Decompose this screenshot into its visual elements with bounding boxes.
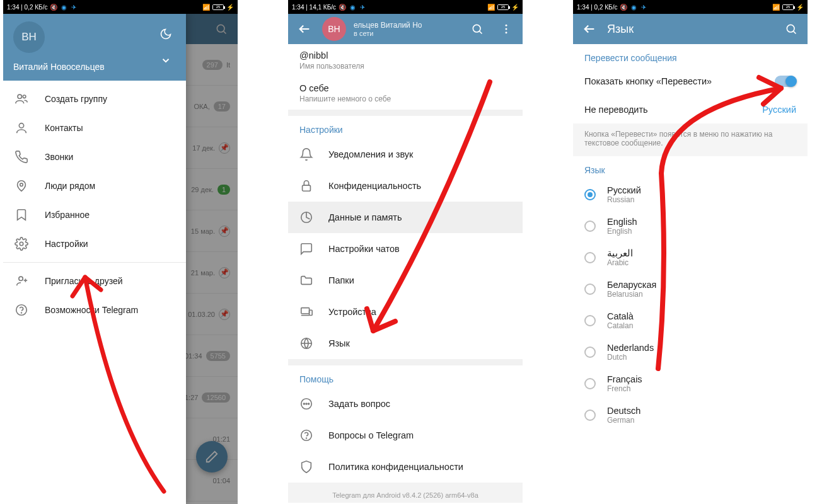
status-bar: 1:34 | 14,1 КБ/с 🔇 ◉ ✈ 📶 25 ⚡ bbox=[288, 0, 523, 14]
language-item[interactable]: Русский Russian bbox=[573, 179, 808, 210]
chevron-down-icon[interactable] bbox=[154, 49, 177, 72]
battery-icon: 25 bbox=[212, 4, 224, 10]
language-header: Язык bbox=[573, 14, 808, 44]
drawer-item-saved[interactable]: Избранное bbox=[3, 200, 186, 229]
language-item[interactable]: العربية Arabic bbox=[573, 242, 808, 273]
bookmark-icon bbox=[14, 208, 28, 222]
language-item[interactable]: Nederlands Dutch bbox=[573, 336, 808, 368]
language-name: Беларуская bbox=[607, 280, 656, 290]
settings-scroll[interactable]: @nibbl Имя пользователя О себе Напишите … bbox=[288, 44, 523, 504]
back-icon[interactable] bbox=[293, 18, 316, 40]
pin-icon: 📌 bbox=[219, 226, 230, 237]
drawer-label: Настройки bbox=[45, 239, 88, 249]
lock-icon bbox=[299, 179, 313, 193]
more-icon[interactable] bbox=[495, 18, 518, 40]
drawer-label: Звонки bbox=[45, 152, 73, 162]
language-scroll[interactable]: Перевести сообщения Показать кнопку «Пер… bbox=[573, 44, 808, 504]
username-row[interactable]: @nibbl Имя пользователя bbox=[288, 44, 523, 77]
svg-line-14 bbox=[480, 32, 482, 34]
svg-rect-18 bbox=[303, 185, 311, 191]
drawer-item-create-group[interactable]: Создать группу bbox=[3, 84, 186, 113]
drawer-label: Возможности Telegram bbox=[45, 305, 138, 315]
radio-icon bbox=[584, 252, 596, 263]
nearby-icon bbox=[14, 179, 28, 193]
svg-point-7 bbox=[19, 277, 23, 280]
language-sub: English bbox=[607, 227, 637, 236]
header-status: в сети bbox=[354, 30, 422, 37]
language-name: Català bbox=[607, 311, 634, 321]
svg-point-5 bbox=[20, 183, 23, 186]
search-icon[interactable] bbox=[466, 18, 489, 40]
setting-privacy[interactable]: Конфиденциальность bbox=[288, 170, 523, 202]
theme-toggle-icon[interactable] bbox=[154, 23, 177, 45]
setting-language[interactable]: Язык bbox=[288, 328, 523, 359]
section-title-help: Помощь bbox=[288, 365, 523, 388]
section-language: Язык bbox=[573, 156, 808, 179]
language-name: English bbox=[607, 217, 637, 227]
setting-data[interactable]: Данные и память bbox=[288, 202, 523, 233]
language-sub: Arabic bbox=[607, 258, 633, 267]
help-ask[interactable]: Задать вопрос bbox=[288, 388, 523, 420]
contact-icon bbox=[14, 121, 28, 135]
help-faq[interactable]: Вопросы о Telegram bbox=[288, 420, 523, 451]
invite-icon bbox=[14, 274, 28, 288]
drawer-item-people-nearby[interactable]: Люди рядом bbox=[3, 171, 186, 200]
drawer-list: Создать группу Контакты Звонки Люди рядо… bbox=[3, 81, 186, 328]
back-icon[interactable] bbox=[578, 18, 601, 40]
svg-point-17 bbox=[506, 32, 507, 33]
about-row[interactable]: О себе Напишите немного о себе bbox=[288, 77, 523, 110]
gear-icon bbox=[14, 237, 28, 251]
setting-folders[interactable]: Папки bbox=[288, 265, 523, 296]
folder-icon bbox=[299, 273, 313, 287]
svg-point-11 bbox=[21, 312, 22, 313]
svg-line-33 bbox=[794, 32, 796, 34]
radio-icon bbox=[584, 410, 596, 421]
svg-rect-22 bbox=[310, 310, 313, 315]
switch-on[interactable] bbox=[775, 76, 796, 87]
language-item[interactable]: Català Catalan bbox=[573, 305, 808, 336]
language-name: Deutsch bbox=[607, 406, 640, 416]
avatar[interactable]: ВН bbox=[13, 21, 45, 53]
svg-point-30 bbox=[306, 438, 307, 438]
header-profile[interactable]: ВН ельцев Виталий Но в сети bbox=[322, 17, 460, 41]
radio-icon bbox=[584, 315, 596, 326]
help-policy[interactable]: Политика конфиденциальности bbox=[288, 451, 523, 483]
dont-translate-row[interactable]: Не переводить Русский bbox=[573, 96, 808, 123]
version-text: Telegram для Android v8.4.2 (2526) arm64… bbox=[288, 483, 523, 503]
compose-fab[interactable] bbox=[196, 441, 228, 472]
setting-notifications[interactable]: Уведомления и звук bbox=[288, 139, 523, 170]
show-translate-toggle[interactable]: Показать кнопку «Перевести» bbox=[573, 67, 808, 96]
drawer-item-settings[interactable]: Настройки bbox=[3, 229, 186, 258]
drawer-item-features[interactable]: Возможности Telegram bbox=[3, 295, 186, 324]
radio-icon bbox=[584, 284, 596, 295]
translate-hint: Кнопка «Перевести» появится в меню по на… bbox=[573, 123, 808, 156]
telegram-icon: ✈ bbox=[70, 3, 78, 11]
language-item[interactable]: Français French bbox=[573, 368, 808, 399]
devices-icon bbox=[299, 305, 313, 319]
language-item[interactable]: Беларуская Belarusian bbox=[573, 273, 808, 305]
search-icon[interactable] bbox=[780, 18, 803, 40]
svg-point-0 bbox=[217, 25, 224, 32]
svg-point-28 bbox=[308, 403, 310, 404]
globe-icon bbox=[299, 336, 313, 350]
mute-icon: 🔇 bbox=[620, 3, 627, 11]
divider bbox=[3, 262, 186, 263]
drawer-label: Люди рядом bbox=[45, 181, 95, 191]
bell-icon bbox=[299, 147, 313, 161]
dont-translate-value: Русский bbox=[762, 105, 796, 115]
drawer-header: ВН Виталий Новосельцев bbox=[3, 14, 186, 81]
pin-icon: 📌 bbox=[219, 142, 230, 154]
language-item[interactable]: English English bbox=[573, 210, 808, 242]
chat-icon bbox=[299, 242, 313, 256]
question-icon bbox=[299, 428, 313, 442]
drawer-item-contacts[interactable]: Контакты bbox=[3, 113, 186, 142]
drawer-item-invite[interactable]: Пригласить друзей bbox=[3, 266, 186, 295]
drawer-label: Избранное bbox=[45, 210, 90, 220]
language-item[interactable]: Deutsch German bbox=[573, 399, 808, 431]
drawer-item-calls[interactable]: Звонки bbox=[3, 142, 186, 171]
setting-devices[interactable]: Устройства bbox=[288, 296, 523, 328]
charge-icon: ⚡ bbox=[511, 4, 519, 11]
setting-chat[interactable]: Настройки чатов bbox=[288, 233, 523, 265]
language-sub: Catalan bbox=[607, 321, 634, 330]
phone-1-drawer: 1:34 | 0,2 КБ/с 🔇 ◉ ✈ 📶 25 ⚡ ☰ 297It ОКА… bbox=[3, 0, 238, 504]
